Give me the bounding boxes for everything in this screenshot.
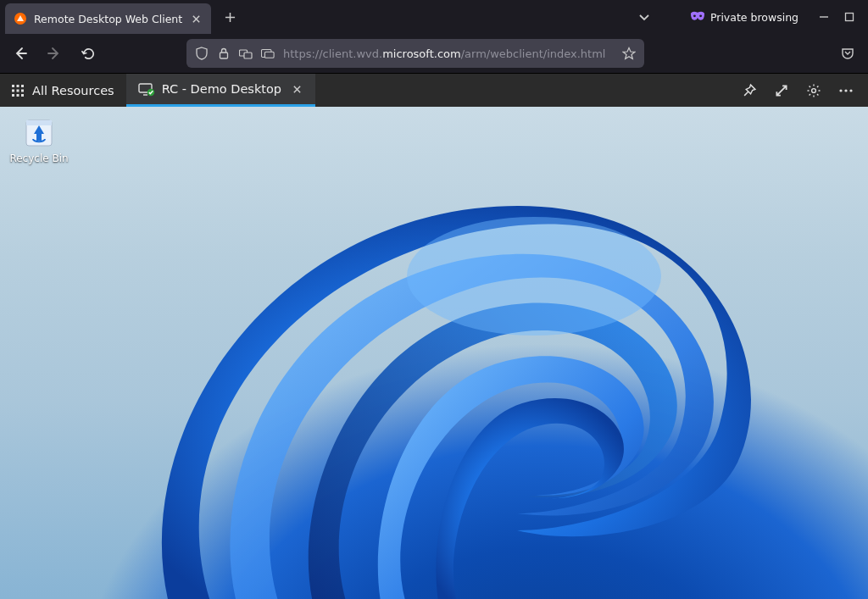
- svg-rect-4: [220, 53, 228, 58]
- grid-icon: [12, 85, 24, 97]
- svg-rect-9: [12, 85, 14, 87]
- more-button[interactable]: [837, 82, 854, 99]
- tabs-dropdown-button[interactable]: [632, 5, 656, 29]
- recycle-bin-desktop-icon[interactable]: Recycle Bin: [7, 114, 71, 164]
- svg-point-2: [699, 14, 702, 17]
- all-resources-tab[interactable]: All Resources: [0, 74, 126, 107]
- window-minimize-button[interactable]: [817, 10, 831, 24]
- monitor-connected-icon: [138, 83, 153, 95]
- rdweb-actions: [727, 74, 868, 107]
- session-tab-label: RC - Demo Desktop: [162, 82, 281, 96]
- nav-forward-button[interactable]: [42, 42, 66, 65]
- all-resources-label: All Resources: [32, 84, 114, 97]
- settings-button[interactable]: [805, 82, 822, 99]
- session-close-button[interactable]: [290, 82, 303, 96]
- svg-point-21: [839, 89, 842, 92]
- svg-rect-12: [12, 89, 14, 92]
- svg-point-1: [693, 14, 696, 17]
- tab-close-button[interactable]: [189, 12, 203, 25]
- svg-rect-15: [12, 94, 14, 97]
- svg-rect-17: [21, 94, 24, 97]
- tab-favicon-icon: [14, 12, 27, 25]
- browser-navbar: https://client.wvd.microsoft.com/arm/web…: [0, 34, 868, 73]
- address-bar[interactable]: https://client.wvd.microsoft.com/arm/web…: [186, 39, 644, 68]
- shield-icon[interactable]: [195, 47, 209, 60]
- session-tab[interactable]: RC - Demo Desktop: [126, 74, 315, 107]
- svg-rect-8: [264, 52, 274, 58]
- wallpaper-bloom-icon: [110, 132, 868, 599]
- rdweb-toolbar: All Resources RC - Demo Desktop: [0, 73, 868, 107]
- svg-rect-16: [17, 94, 19, 97]
- svg-rect-13: [17, 89, 19, 92]
- window-controls: [817, 10, 856, 24]
- lock-icon[interactable]: [217, 47, 231, 60]
- svg-point-23: [849, 89, 852, 92]
- bookmark-star-icon[interactable]: [622, 47, 636, 60]
- svg-rect-6: [244, 53, 252, 58]
- svg-rect-3: [846, 14, 854, 21]
- pin-button[interactable]: [741, 82, 758, 99]
- browser-titlebar: Remote Desktop Web Client Private browsi…: [0, 0, 868, 34]
- svg-point-20: [812, 88, 816, 92]
- permissions-icon[interactable]: [239, 47, 253, 60]
- window-maximize-button[interactable]: [843, 10, 856, 24]
- private-mask-icon: [690, 11, 705, 23]
- recycle-bin-icon: [21, 114, 57, 149]
- nav-reload-button[interactable]: [76, 42, 100, 65]
- private-browsing-label: Private browsing: [710, 11, 798, 24]
- new-tab-button[interactable]: [218, 5, 242, 29]
- svg-point-22: [844, 89, 847, 92]
- svg-rect-10: [17, 85, 19, 87]
- pocket-icon[interactable]: [836, 42, 860, 65]
- nav-back-button[interactable]: [8, 42, 32, 65]
- svg-rect-11: [21, 85, 24, 87]
- svg-point-24: [407, 217, 661, 336]
- url-text: https://client.wvd.microsoft.com/arm/web…: [283, 47, 605, 60]
- browser-tab[interactable]: Remote Desktop Web Client: [5, 3, 211, 34]
- svg-rect-14: [21, 89, 24, 92]
- site-info-icon[interactable]: [261, 47, 275, 60]
- svg-rect-26: [26, 120, 52, 125]
- browser-tab-title: Remote Desktop Web Client: [34, 13, 182, 25]
- fullscreen-button[interactable]: [773, 82, 790, 99]
- private-browsing-indicator: Private browsing: [690, 11, 798, 24]
- browser-window: Remote Desktop Web Client Private browsi…: [0, 0, 868, 73]
- remote-desktop-view[interactable]: Recycle Bin: [0, 107, 868, 599]
- recycle-bin-label: Recycle Bin: [7, 153, 71, 164]
